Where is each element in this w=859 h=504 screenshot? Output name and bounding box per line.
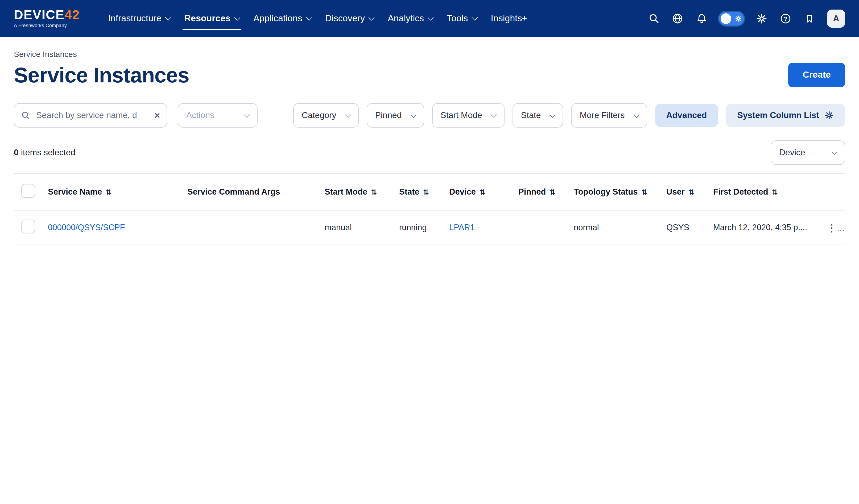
gear-icon[interactable] bbox=[755, 12, 768, 25]
bookmark-icon[interactable] bbox=[803, 12, 816, 25]
col-topology-status: Topology Status⇅ bbox=[570, 174, 662, 210]
command-args-cell bbox=[183, 210, 320, 245]
nav-applications[interactable]: Applications bbox=[246, 0, 318, 37]
app-window: DEVICE42 A Freshworks Company Infrastruc… bbox=[0, 0, 859, 252]
category-dropdown[interactable]: Category bbox=[293, 103, 359, 128]
search-input[interactable] bbox=[35, 110, 149, 121]
create-button[interactable]: Create bbox=[788, 63, 845, 87]
pinned-cell bbox=[514, 245, 570, 252]
page-content: Service Instances Service Instances Crea… bbox=[0, 49, 859, 252]
chevron-down-icon bbox=[633, 112, 639, 118]
state-cell: running bbox=[395, 245, 445, 252]
col-start-mode: Start Mode⇅ bbox=[320, 174, 395, 210]
sort-icon[interactable]: ⇅ bbox=[371, 188, 377, 196]
chevron-down-icon bbox=[472, 14, 478, 20]
nav-infrastructure[interactable]: Infrastructure bbox=[101, 0, 177, 37]
select-all-checkbox[interactable] bbox=[21, 184, 35, 198]
sort-icon[interactable]: ⇅ bbox=[480, 188, 485, 196]
filter-bar: × Actions Category Pinned Start Mode Sta… bbox=[14, 103, 845, 128]
table-row: 000000/QSYS/SCPF manual running LPAR2 -2… bbox=[14, 245, 845, 252]
title-row: Service Instances Create bbox=[14, 63, 845, 87]
first-detected-cell: May 1, 2020, 4:58 p.m. bbox=[709, 245, 819, 252]
chevron-down-icon bbox=[369, 14, 375, 20]
nav-resources[interactable]: Resources bbox=[177, 0, 246, 37]
logo-text: DEVICE42 bbox=[14, 9, 80, 21]
nav-tools[interactable]: Tools bbox=[440, 0, 484, 37]
table-row: 000000/QSYS/SCPF manual running LPAR1 - … bbox=[14, 210, 845, 245]
user-cell: QSYS bbox=[662, 245, 709, 252]
command-args-cell bbox=[183, 245, 320, 252]
filter-dropdowns: Category Pinned Start Mode State More Fi… bbox=[293, 103, 845, 128]
state-cell: running bbox=[395, 210, 445, 245]
chevron-down-icon bbox=[306, 14, 312, 20]
nav-discovery[interactable]: Discovery bbox=[318, 0, 381, 37]
logo-subtitle: A Freshworks Company bbox=[14, 23, 80, 28]
main-nav: Infrastructure Resources Applications Di… bbox=[101, 0, 534, 37]
chevron-down-icon bbox=[165, 14, 171, 20]
chevron-down-icon bbox=[491, 112, 497, 118]
breadcrumb[interactable]: Service Instances bbox=[14, 49, 845, 59]
sort-icon[interactable]: ⇅ bbox=[549, 188, 555, 196]
col-service-name: Service Name⇅ bbox=[44, 174, 183, 210]
sort-icon[interactable]: ⇅ bbox=[423, 188, 429, 196]
service-name-link[interactable]: 000000/QSYS/SCPF bbox=[48, 223, 125, 232]
svg-text:?: ? bbox=[784, 15, 787, 22]
search-icon bbox=[21, 111, 30, 120]
chevron-down-icon bbox=[832, 149, 838, 155]
table-header-row: Service Name⇅ Service Command Args Start… bbox=[14, 174, 845, 210]
col-user: User⇅ bbox=[662, 174, 709, 210]
navbar-actions: ? A bbox=[647, 9, 845, 27]
system-column-list-button[interactable]: System Column List bbox=[726, 104, 845, 127]
service-instances-table: Service Name⇅ Service Command Args Start… bbox=[14, 173, 845, 252]
selection-count: 0 items selected bbox=[14, 148, 75, 157]
help-icon[interactable]: ? bbox=[779, 12, 792, 25]
first-detected-cell: March 12, 2020, 4:35 p.... bbox=[709, 210, 819, 245]
gear-icon bbox=[825, 111, 834, 120]
sort-icon[interactable]: ⇅ bbox=[689, 188, 694, 196]
col-pinned: Pinned⇅ bbox=[514, 174, 570, 210]
advanced-button[interactable]: Advanced bbox=[655, 104, 718, 127]
device42-logo[interactable]: DEVICE42 A Freshworks Company bbox=[14, 9, 80, 28]
chevron-down-icon bbox=[345, 112, 351, 118]
search-box[interactable]: × bbox=[14, 103, 167, 128]
row-checkbox[interactable] bbox=[21, 220, 35, 233]
start-mode-cell: manual bbox=[320, 245, 395, 252]
sort-icon[interactable]: ⇅ bbox=[642, 188, 647, 196]
chevron-down-icon bbox=[549, 112, 556, 118]
chevron-down-icon bbox=[410, 112, 417, 118]
col-first-detected: First Detected⇅ bbox=[709, 174, 819, 210]
page-title: Service Instances bbox=[14, 63, 189, 87]
state-dropdown[interactable]: State bbox=[513, 103, 563, 128]
top-navbar: DEVICE42 A Freshworks Company Infrastruc… bbox=[0, 0, 859, 37]
sun-icon bbox=[735, 15, 742, 22]
user-avatar[interactable]: A bbox=[827, 9, 845, 27]
topology-status-cell: normal bbox=[570, 245, 662, 252]
start-mode-dropdown[interactable]: Start Mode bbox=[432, 103, 504, 128]
actions-dropdown[interactable]: Actions bbox=[178, 103, 258, 128]
pinned-cell bbox=[514, 210, 570, 245]
more-filters-dropdown[interactable]: More Filters bbox=[571, 103, 647, 128]
row-menu-icon[interactable]: ⋮ bbox=[824, 222, 839, 233]
col-device: Device⇅ bbox=[445, 174, 514, 210]
globe-icon[interactable] bbox=[671, 12, 684, 25]
chevron-down-icon bbox=[428, 14, 434, 20]
col-service-command-args: Service Command Args bbox=[183, 174, 320, 210]
start-mode-cell: manual bbox=[320, 210, 395, 245]
pinned-dropdown[interactable]: Pinned bbox=[367, 103, 424, 128]
clear-search-icon[interactable]: × bbox=[154, 110, 160, 121]
search-icon[interactable] bbox=[647, 12, 660, 25]
sort-icon[interactable]: ⇅ bbox=[772, 188, 778, 196]
nav-analytics[interactable]: Analytics bbox=[381, 0, 440, 37]
device-selector-dropdown[interactable]: Device bbox=[771, 140, 845, 165]
user-cell: QSYS bbox=[662, 210, 709, 245]
chevron-down-icon bbox=[244, 112, 250, 118]
topology-status-cell: normal bbox=[570, 210, 662, 245]
toggle-knob bbox=[721, 13, 731, 23]
sort-icon[interactable]: ⇅ bbox=[106, 188, 111, 196]
selection-row: 0 items selected Device bbox=[14, 140, 845, 165]
device-link[interactable]: LPAR1 - bbox=[449, 223, 480, 232]
chevron-down-icon bbox=[235, 14, 241, 20]
bell-icon[interactable] bbox=[695, 12, 708, 25]
nav-insights[interactable]: Insights+ bbox=[484, 0, 534, 37]
theme-toggle[interactable] bbox=[719, 12, 744, 25]
